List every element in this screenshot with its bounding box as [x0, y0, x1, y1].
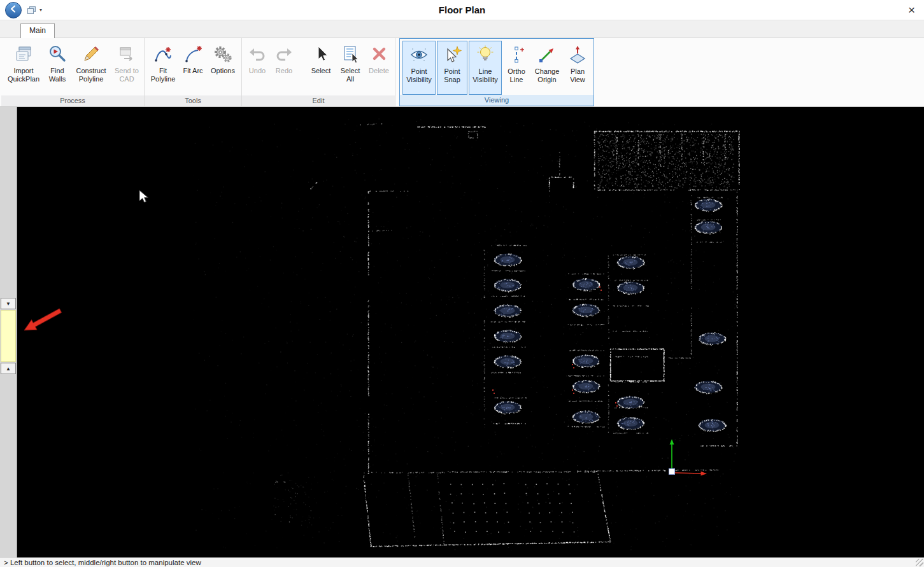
fit-polyline-button[interactable]: Fit Polyline — [147, 40, 179, 95]
button-label: Select All — [338, 67, 363, 83]
window-copy-icon[interactable] — [27, 5, 36, 15]
back-button[interactable] — [5, 2, 22, 18]
plan-view-button[interactable]: Plan View — [564, 41, 591, 95]
back-icon — [8, 4, 18, 16]
ribbon-group-label-viewing: Viewing — [400, 95, 593, 106]
button-label: Point Visibility — [404, 67, 434, 83]
process-buttons: Import QuickPlan Find Walls — [1, 38, 144, 95]
construct-polyline-icon — [81, 44, 101, 64]
scroll-down-button[interactable]: ▼ — [1, 298, 16, 309]
select-cursor-icon — [311, 44, 331, 64]
construct-polyline-button[interactable]: Construct Polyline — [71, 40, 111, 95]
ribbon-tab-strip: Main — [0, 20, 924, 38]
point-visibility-eye-icon — [409, 45, 429, 65]
undo-icon — [247, 44, 267, 64]
ribbon-group-label-tools: Tools — [145, 95, 241, 106]
ribbon-group-viewing: Point Visibility Point Snap — [399, 38, 594, 106]
select-button[interactable]: Select — [307, 40, 335, 95]
tab-main[interactable]: Main — [20, 23, 55, 38]
ribbon-group-tools: Fit Polyline Fit Arc — [145, 38, 242, 106]
resize-grip[interactable] — [916, 559, 923, 566]
change-origin-button[interactable]: Change Origin — [531, 41, 563, 95]
sidebar-highlight-panel[interactable] — [1, 310, 16, 362]
send-to-cad-icon — [117, 44, 137, 64]
left-sidebar: ▼ ▲ — [0, 107, 17, 557]
import-quickplan-button[interactable]: Import QuickPlan — [4, 40, 43, 95]
button-label: Plan View — [565, 67, 590, 83]
point-cloud-canvas[interactable] — [17, 107, 924, 557]
redo-button[interactable]: Redo — [271, 40, 297, 95]
close-button[interactable]: × — [908, 4, 915, 16]
delete-icon — [369, 44, 389, 64]
ribbon-group-process: Import QuickPlan Find Walls — [1, 38, 145, 106]
ortho-line-icon — [506, 45, 527, 65]
point-cloud-viewport[interactable] — [17, 107, 924, 557]
select-all-icon — [340, 44, 360, 64]
viewing-buttons: Point Visibility Point Snap — [400, 39, 593, 95]
button-label: Select — [311, 67, 331, 75]
select-all-button[interactable]: Select All — [336, 40, 364, 95]
fit-polyline-icon — [153, 44, 173, 64]
point-visibility-button[interactable]: Point Visibility — [402, 41, 436, 95]
quick-access-dropdown-icon[interactable]: ▾ — [39, 7, 42, 13]
workspace: ▼ ▲ — [0, 107, 924, 557]
fit-arc-button[interactable]: Fit Arc — [180, 40, 206, 95]
window-title: Floor Plan — [0, 4, 924, 15]
titlebar: ▾ Floor Plan × — [0, 0, 924, 20]
button-label: Import QuickPlan — [5, 67, 42, 83]
line-visibility-bulb-icon — [475, 45, 495, 65]
button-label: Line Visibility — [470, 67, 501, 83]
button-label: Send to CAD — [113, 67, 140, 83]
find-walls-button[interactable]: Find Walls — [45, 40, 70, 95]
options-gears-icon — [213, 44, 233, 64]
plan-view-icon — [567, 45, 588, 65]
ribbon-group-edit: Undo Redo — [242, 38, 395, 106]
ribbon: Import QuickPlan Find Walls — [0, 38, 924, 107]
point-snap-icon — [442, 45, 462, 65]
fit-arc-icon — [183, 44, 203, 64]
button-label: Redo — [276, 67, 292, 75]
ortho-line-button[interactable]: Ortho Line — [503, 41, 530, 95]
button-label: Construct Polyline — [73, 67, 110, 83]
point-snap-button[interactable]: Point Snap — [437, 41, 467, 95]
ribbon-group-label-process: Process — [1, 95, 144, 106]
button-label: Change Origin — [532, 67, 562, 83]
delete-button[interactable]: Delete — [366, 40, 392, 95]
status-text: > Left button to select, middle/right bu… — [4, 559, 201, 566]
undo-button[interactable]: Undo — [245, 40, 270, 95]
redo-icon — [274, 44, 294, 64]
send-to-cad-button[interactable]: Send to CAD — [112, 40, 141, 95]
button-label: Find Walls — [46, 67, 69, 83]
tools-buttons: Fit Polyline Fit Arc — [145, 38, 241, 95]
button-label: Fit Polyline — [148, 67, 178, 83]
button-label: Point Snap — [438, 67, 466, 83]
floor-plan-app: ▾ Floor Plan × Main Imp — [0, 0, 924, 567]
change-origin-icon — [537, 45, 557, 65]
import-quickplan-icon — [13, 44, 34, 64]
button-label: Undo — [249, 67, 266, 75]
status-bar: > Left button to select, middle/right bu… — [0, 557, 924, 567]
line-visibility-button[interactable]: Line Visibility — [469, 41, 502, 95]
scroll-up-button[interactable]: ▲ — [1, 363, 16, 374]
button-label: Options — [211, 67, 235, 75]
find-walls-icon — [47, 44, 68, 64]
button-label: Ortho Line — [504, 67, 529, 83]
button-label: Delete — [369, 67, 389, 75]
options-button[interactable]: Options — [207, 40, 239, 95]
ribbon-group-label-edit: Edit — [242, 95, 395, 106]
edit-buttons: Undo Redo — [242, 38, 395, 95]
button-label: Fit Arc — [183, 67, 203, 75]
